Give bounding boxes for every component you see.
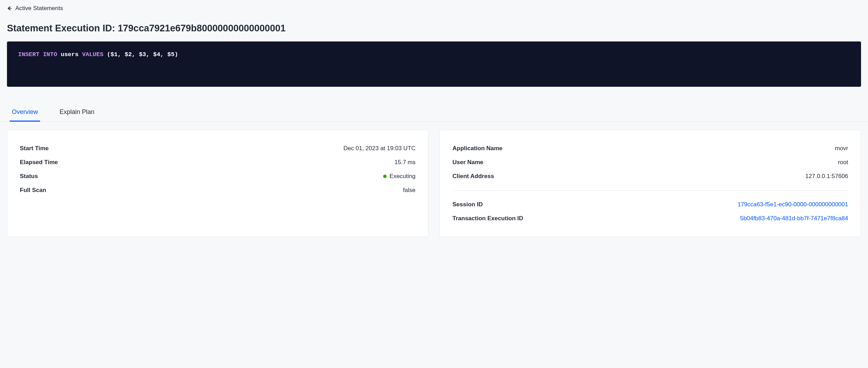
tab-explain-plan[interactable]: Explain Plan: [57, 104, 96, 122]
label-session-id: Session ID: [452, 201, 483, 208]
label-full-scan: Full Scan: [20, 187, 46, 194]
value-status: Executing: [389, 173, 416, 180]
overview-card-left: Start Time Dec 01, 2023 at 19:03 UTC Ela…: [7, 130, 428, 237]
breadcrumb: Active Statements: [0, 0, 868, 17]
label-client-address: Client Address: [452, 173, 494, 180]
label-start-time: Start Time: [20, 145, 49, 152]
row-elapsed-time: Elapsed Time 15.7 ms: [20, 155, 416, 169]
value-full-scan: false: [403, 187, 416, 194]
sql-identifier: users: [61, 51, 78, 58]
row-session-id: Session ID 179cca63-f5e1-ec90-0000-00000…: [452, 198, 848, 212]
value-txn-exec-id-link[interactable]: 5b04fb83-470a-481d-bb7f-7471e7f8ca84: [740, 215, 848, 222]
page-title: Statement Execution ID: 179cca7921e679b8…: [0, 17, 868, 41]
overview-card-right: Application Name movr User Name root Cli…: [440, 130, 861, 237]
back-arrow-icon[interactable]: [7, 6, 13, 11]
label-elapsed-time: Elapsed Time: [20, 159, 58, 166]
value-user-name: root: [838, 159, 848, 166]
breadcrumb-link[interactable]: Active Statements: [15, 5, 63, 12]
row-status: Status Executing: [20, 169, 416, 183]
page-title-prefix: Statement Execution ID:: [7, 23, 118, 33]
value-app-name: movr: [835, 145, 848, 152]
sql-keyword: VALUES: [82, 51, 103, 58]
divider: [452, 190, 848, 191]
sql-keyword: INSERT: [18, 51, 39, 58]
row-client-address: Client Address 127.0.0.1:57606: [452, 169, 848, 183]
value-elapsed-time: 15.7 ms: [395, 159, 416, 166]
tab-overview[interactable]: Overview: [10, 104, 40, 122]
row-txn-exec-id: Transaction Execution ID 5b04fb83-470a-4…: [452, 212, 848, 225]
tabs: Overview Explain Plan: [0, 104, 868, 122]
label-app-name: Application Name: [452, 145, 503, 152]
row-app-name: Application Name movr: [452, 141, 848, 155]
label-status: Status: [20, 173, 38, 180]
status-dot-icon: [383, 175, 387, 178]
label-txn-exec-id: Transaction Execution ID: [452, 215, 523, 222]
execution-id: 179cca7921e679b80000000000000001: [118, 23, 286, 33]
sql-args: ($1, $2, $3, $4, $5): [107, 51, 178, 58]
sql-keyword: INTO: [43, 51, 57, 58]
value-client-address: 127.0.0.1:57606: [805, 173, 848, 180]
cards-row: Start Time Dec 01, 2023 at 19:03 UTC Ela…: [0, 122, 868, 245]
row-full-scan: Full Scan false: [20, 183, 416, 197]
row-user-name: User Name root: [452, 155, 848, 169]
value-session-id-link[interactable]: 179cca63-f5e1-ec90-0000-000000000001: [737, 201, 848, 208]
sql-statement-block: INSERT INTO users VALUES ($1, $2, $3, $4…: [7, 41, 861, 87]
value-status-wrap: Executing: [383, 173, 416, 180]
label-user-name: User Name: [452, 159, 483, 166]
value-start-time: Dec 01, 2023 at 19:03 UTC: [343, 145, 416, 152]
row-start-time: Start Time Dec 01, 2023 at 19:03 UTC: [20, 141, 416, 155]
